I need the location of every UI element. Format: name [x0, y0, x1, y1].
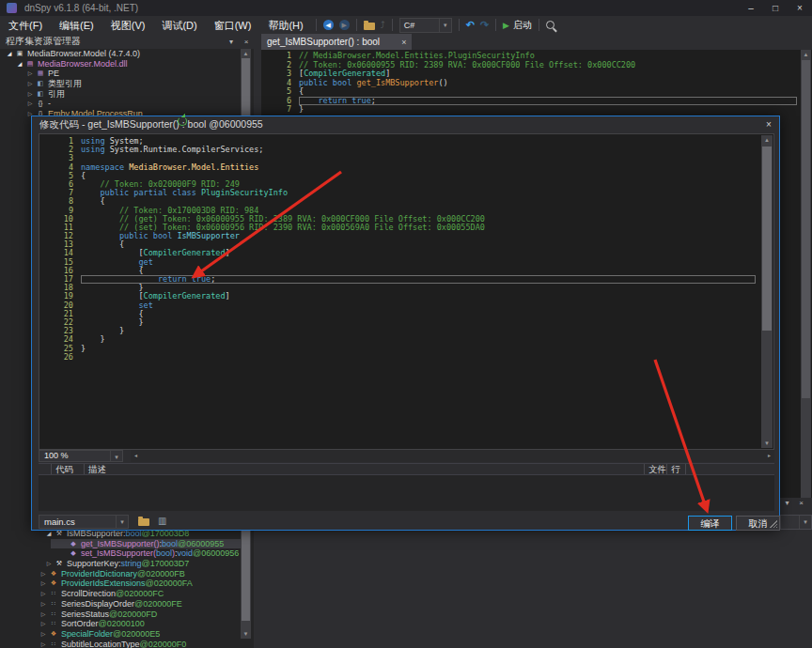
scroll-up-icon[interactable]: ▲: [241, 49, 251, 58]
dialog-editor-scrollbar[interactable]: ▲ ▼: [761, 135, 773, 448]
menu-item-1[interactable]: 编辑(E): [51, 20, 102, 31]
expander-icon[interactable]: ▷: [25, 89, 35, 100]
tree-node[interactable]: ◆get_IsMBSupporter() : bool @06000955: [0, 539, 241, 549]
assembly-references-icon[interactable]: ▥: [158, 517, 166, 526]
tree-node[interactable]: ▷∷SortOrder @02000100: [0, 619, 241, 629]
code-line[interactable]: 2using System.Runtime.CompilerServices;: [39, 146, 756, 154]
expander-icon[interactable]: ▷: [39, 619, 48, 629]
code-line[interactable]: 7 public partial class PluginSecurityInf…: [39, 189, 756, 197]
code-line[interactable]: 17 return true;: [39, 275, 756, 284]
scroll-down-icon[interactable]: ▼: [761, 439, 773, 448]
chevron-down-icon[interactable]: ▾: [116, 516, 128, 528]
code-line[interactable]: 4namespace MediaBrowser.Model.Entities: [39, 163, 756, 172]
expander-icon[interactable]: ▷: [25, 69, 35, 79]
decompiled-code[interactable]: 1// MediaBrowser.Model.Entities.PluginSe…: [261, 52, 797, 115]
code-line[interactable]: 21 {: [39, 310, 756, 318]
scrollbar-thumb[interactable]: [762, 147, 772, 331]
panel-close-icon[interactable]: ×: [239, 38, 254, 46]
tree-node[interactable]: ◢▤MediaBrowser.Model.dll: [0, 59, 241, 69]
tree-node[interactable]: ▷⚒SupporterKey : string @170003D7: [0, 559, 241, 569]
tree-node[interactable]: ▷❖ProviderIdsExtensions @020000FA: [0, 579, 241, 589]
panel-menu-icon[interactable]: ▾: [780, 499, 794, 507]
column-description[interactable]: 描述: [85, 464, 645, 474]
chevron-down-icon[interactable]: ▾: [439, 19, 451, 32]
menu-item-3[interactable]: 调试(D): [153, 20, 205, 31]
code-line[interactable]: 6 return true;: [261, 97, 797, 106]
language-select[interactable]: C# ▾: [399, 18, 452, 33]
scroll-left-icon[interactable]: ◂: [131, 450, 141, 462]
column-code[interactable]: 代码: [52, 464, 85, 474]
expander-icon[interactable]: ▷: [39, 629, 48, 640]
code-line[interactable]: 25}: [39, 345, 756, 353]
scroll-up-icon[interactable]: ▲: [801, 50, 811, 59]
tree-node[interactable]: ▷◧类型引用: [0, 79, 241, 89]
code-line[interactable]: 23 }: [39, 327, 756, 335]
undo-button[interactable]: ↶: [463, 17, 477, 33]
expander-icon[interactable]: ▷: [25, 99, 35, 109]
start-debug-button[interactable]: ▶ 启动: [500, 17, 535, 33]
export-button[interactable]: ⤴: [378, 17, 388, 33]
panel-close-icon[interactable]: ×: [794, 499, 808, 507]
close-button[interactable]: ×: [788, 0, 812, 16]
tree-node[interactable]: ◢▣MediaBrowser.Model (4.7.4.0): [0, 49, 241, 59]
tree-node[interactable]: ▷❖ProviderIdDictionary @020000FB: [0, 569, 241, 579]
scroll-up-icon[interactable]: ▲: [761, 135, 773, 145]
dialog-code[interactable]: 1using System;2using System.Runtime.Comp…: [39, 137, 756, 362]
expander-icon[interactable]: ▷: [39, 569, 48, 579]
dialog-code-editor[interactable]: 1using System;2using System.Runtime.Comp…: [39, 133, 774, 450]
expander-icon[interactable]: ▷: [39, 579, 48, 589]
code-line[interactable]: 4public bool get_IsMBSupporter(): [261, 79, 797, 88]
tree-node[interactable]: ▷∷SubtitleLocationType @020000F0: [0, 640, 241, 648]
error-list[interactable]: [39, 475, 774, 511]
expander-icon[interactable]: ▷: [39, 589, 48, 599]
add-document-icon[interactable]: [138, 518, 149, 526]
chevron-down-icon[interactable]: ▾: [110, 451, 122, 461]
tree-node[interactable]: ▷∷SeriesDisplayOrder @020000FE: [0, 599, 241, 609]
navigate-back-button[interactable]: ◀: [320, 17, 336, 33]
scroll-down-icon[interactable]: ▼: [241, 629, 251, 639]
expander-icon[interactable]: ▷: [39, 640, 48, 648]
chevron-down-icon[interactable]: ▾: [799, 516, 811, 529]
expander-icon[interactable]: ▷: [44, 559, 54, 569]
code-line[interactable]: 7}: [261, 105, 797, 115]
maximize-button[interactable]: □: [763, 0, 788, 16]
editor-scrollbar[interactable]: ▲: [801, 50, 811, 498]
column-file[interactable]: 文件: [645, 464, 667, 474]
tree-node[interactable]: ◆set_IsMBSupporter(bool) : void @0600095…: [0, 548, 241, 559]
resize-grip[interactable]: [770, 520, 777, 528]
dialog-close-icon[interactable]: ×: [758, 119, 779, 130]
expander-icon[interactable]: ▷: [39, 609, 48, 620]
menu-item-5[interactable]: 帮助(H): [259, 20, 311, 31]
file-select[interactable]: main.cs ▾: [39, 515, 129, 529]
horizontal-scrollbar[interactable]: ◂ ▸: [131, 450, 774, 462]
tab-get-ismbsupporter[interactable]: get_IsMBSupporter() : bool ×: [261, 34, 412, 50]
code-line[interactable]: 12 public bool IsMBSupporter: [39, 232, 756, 240]
open-file-button[interactable]: [361, 17, 378, 33]
menu-item-4[interactable]: 窗口(W): [206, 20, 260, 31]
code-line[interactable]: 24 }: [39, 335, 756, 344]
expander-icon[interactable]: ▷: [25, 79, 35, 89]
code-line[interactable]: 20 set: [39, 301, 756, 310]
redo-button[interactable]: ↷: [477, 17, 492, 33]
code-line[interactable]: 22 }: [39, 318, 756, 327]
bottom-panel-select[interactable]: ▾: [780, 515, 812, 530]
expander-icon[interactable]: ▷: [39, 599, 48, 609]
code-line[interactable]: 26: [39, 353, 756, 362]
reset-icon[interactable]: [178, 116, 187, 126]
minimize-button[interactable]: –: [739, 0, 763, 16]
tree-node[interactable]: ▷{}-: [0, 99, 241, 109]
expander-icon[interactable]: ◢: [15, 59, 24, 69]
tab-close-icon[interactable]: ×: [397, 38, 412, 47]
tree-node[interactable]: ▷◧引用: [0, 89, 241, 100]
navigate-forward-button[interactable]: ▶: [336, 17, 352, 33]
compile-button[interactable]: 编译: [688, 516, 732, 531]
tree-node[interactable]: ▷❖SpecialFolder @020000E5: [0, 629, 241, 640]
search-button[interactable]: [543, 17, 560, 33]
scroll-right-icon[interactable]: ▸: [764, 450, 774, 462]
expander-icon[interactable]: ◢: [5, 49, 14, 59]
zoom-select[interactable]: 100 % ▾: [39, 450, 123, 462]
tree-node[interactable]: ▷∷SeriesStatus @020000FD: [0, 609, 241, 620]
menu-item-2[interactable]: 视图(V): [102, 20, 154, 31]
menu-item-0[interactable]: 文件(F): [0, 20, 51, 31]
tree-node[interactable]: ▷∷ScrollDirection @020000FC: [0, 589, 241, 599]
